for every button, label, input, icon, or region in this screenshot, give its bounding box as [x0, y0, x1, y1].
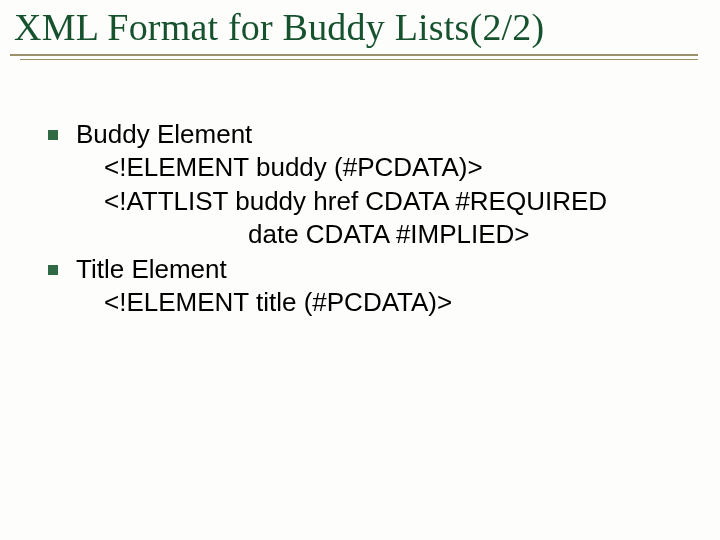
code-line: date CDATA #IMPLIED>	[76, 218, 680, 251]
slide-title: XML Format for Buddy Lists(2/2)	[10, 8, 698, 54]
item-body: Buddy Element <!ELEMENT buddy (#PCDATA)>…	[76, 118, 680, 251]
code-line: <!ELEMENT title (#PCDATA)>	[76, 286, 680, 319]
bullet-icon	[48, 265, 58, 275]
slide: XML Format for Buddy Lists(2/2) Buddy El…	[0, 0, 720, 540]
bullet-icon	[48, 130, 58, 140]
item-heading: Title Element	[76, 253, 680, 286]
list-item: Buddy Element <!ELEMENT buddy (#PCDATA)>…	[48, 118, 680, 251]
code-line: <!ELEMENT buddy (#PCDATA)>	[76, 151, 680, 184]
title-rule-inner	[20, 59, 698, 60]
list-item: Title Element <!ELEMENT title (#PCDATA)>	[48, 253, 680, 320]
title-rule-outer	[10, 54, 698, 56]
code-line: <!ATTLIST buddy href CDATA #REQUIRED	[76, 185, 680, 218]
slide-body: Buddy Element <!ELEMENT buddy (#PCDATA)>…	[48, 118, 680, 320]
title-region: XML Format for Buddy Lists(2/2)	[10, 8, 698, 72]
item-body: Title Element <!ELEMENT title (#PCDATA)>	[76, 253, 680, 320]
item-heading: Buddy Element	[76, 118, 680, 151]
